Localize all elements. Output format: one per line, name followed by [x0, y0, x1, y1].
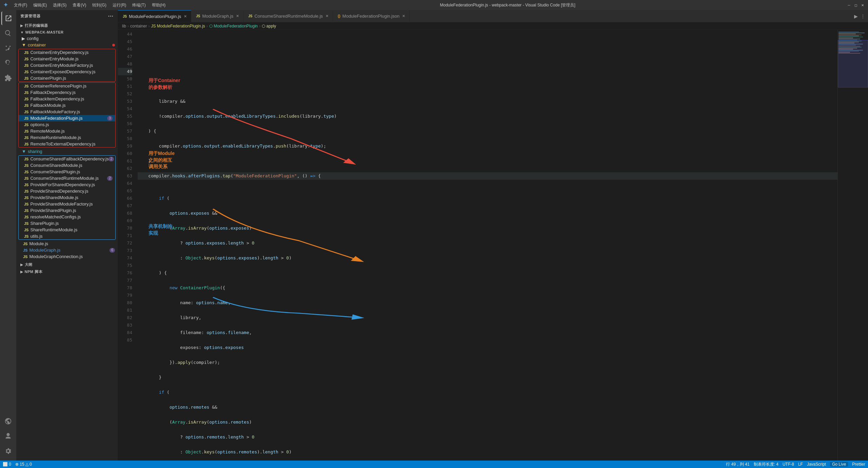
filename: ShareRuntimeModule.js — [30, 227, 77, 232]
tab-size[interactable]: 制表符长度: 4 — [754, 462, 778, 467]
breadcrumb-file[interactable]: JS ModuleFederationPlugin.js — [151, 24, 205, 28]
menu-view[interactable]: 查看(V) — [70, 2, 89, 9]
file-ContainerExposedDependency[interactable]: JS ContainerExposedDependency.js — [19, 69, 115, 75]
breadcrumb-method[interactable]: ⬡ apply — [262, 24, 276, 28]
file-options[interactable]: JS options.js — [19, 121, 115, 128]
file-ProvideSharedModuleFactory[interactable]: JS ProvideSharedModuleFactory.js — [19, 201, 115, 207]
file-SharePlugin[interactable]: JS SharePlugin.js — [19, 220, 115, 227]
tab-close-icon[interactable]: ✕ — [326, 14, 329, 18]
cursor-position[interactable]: 行 49，列 41 — [726, 462, 749, 467]
tab-close-icon[interactable]: ✕ — [236, 14, 239, 18]
remote-icon[interactable]: ⬜ 0 — [3, 462, 11, 467]
menu-file[interactable]: 文件(F) — [11, 2, 30, 9]
sidebar-more-icon[interactable]: ⋯ — [108, 13, 114, 19]
activity-extensions[interactable] — [1, 71, 15, 85]
file-ProvideForSharedDependency[interactable]: JS ProvideForSharedDependency.js — [19, 181, 115, 188]
activity-debug[interactable] — [1, 56, 15, 70]
vscode-logo: ✦ — [3, 2, 8, 9]
menu-edit[interactable]: 编辑(E) — [31, 2, 50, 9]
golive-button[interactable]: Go Live — [830, 462, 848, 467]
folder-config[interactable]: ▶ config — [16, 35, 118, 42]
activity-explorer[interactable] — [1, 12, 15, 25]
file-utils[interactable]: JS utils.js — [19, 233, 115, 239]
sidebar: 资源管理器 ⋯ ▶ 打开的编辑器 ▼ WEBPACK-MASTER ▶ conf… — [16, 10, 118, 461]
menu-run[interactable]: 运行(R) — [110, 2, 129, 9]
js-icon: JS — [24, 110, 28, 114]
file-resolveMatchedConfigs[interactable]: JS resolveMatchedConfigs.js — [19, 214, 115, 220]
file-ContainerEntryDependency[interactable]: JS ContainerEntryDependency.js — [19, 49, 115, 56]
minimize-button[interactable]: ─ — [847, 3, 851, 7]
breadcrumb-lib[interactable]: lib — [122, 24, 126, 28]
file-RemoteToExternalDependency[interactable]: JS RemoteToExternalDependency.js — [19, 141, 115, 147]
activity-account[interactable] — [1, 429, 15, 443]
file-RemoteRuntimeModule[interactable]: JS RemoteRuntimeModule.js — [19, 134, 115, 141]
npm-section[interactable]: ▶ NPM 脚本 — [16, 268, 118, 275]
outline-label: 大纲 — [25, 262, 33, 267]
breadcrumb-container[interactable]: container — [130, 24, 147, 28]
file-FallbackItemDependency[interactable]: JS FallbackItemDependency.js — [19, 96, 115, 102]
prettier-button[interactable]: Prettier — [852, 462, 865, 467]
tab-close-icon[interactable]: ✕ — [402, 14, 405, 18]
file-ModuleGraphConnection[interactable]: JS ModuleGraphConnection.js — [16, 253, 118, 260]
file-RemoteModule[interactable]: JS RemoteModule.js — [19, 128, 115, 134]
menu-terminal[interactable]: 终端(T) — [130, 2, 148, 9]
js-icon: JS — [24, 221, 28, 226]
file-ProvideSharedPlugin[interactable]: JS ProvideSharedPlugin.js — [19, 207, 115, 214]
file-ShareRuntimeModule[interactable]: JS ShareRuntimeModule.js — [19, 227, 115, 233]
run-icon[interactable]: ▶ — [854, 14, 858, 19]
breadcrumb-class[interactable]: ⬡ ModuleFederationPlugin — [209, 24, 258, 28]
file-ConsumeSharedFallbackDependency[interactable]: JS ConsumeSharedFallbackDependency.js 2 — [19, 156, 115, 162]
error-count[interactable]: ⊗ 15 △ 0 — [15, 462, 32, 467]
file-ConsumeSharedPlugin[interactable]: JS ConsumeSharedPlugin.js — [19, 169, 115, 175]
activity-remote[interactable] — [1, 414, 15, 428]
file-Module[interactable]: JS Module.js — [16, 240, 118, 247]
file-FallbackModule[interactable]: JS FallbackModule.js — [19, 102, 115, 109]
file-ProvideSharedDependency[interactable]: JS ProvideSharedDependency.js — [19, 188, 115, 194]
code-editor[interactable]: 4445464748 49 5051525354 5556575859 6061… — [118, 30, 868, 461]
file-ModuleGraph[interactable]: JS ModuleGraph.js 6 — [16, 247, 118, 253]
tab-ModuleGraph[interactable]: JS ModuleGraph.js ✕ — [191, 10, 243, 22]
sidebar-content[interactable]: ▶ 打开的编辑器 ▼ WEBPACK-MASTER ▶ config ▼ con… — [16, 22, 118, 461]
code-content[interactable]: 用于Container的参数解析 用于Module之间的相互调用关系 共享机制的… — [135, 30, 837, 461]
menu-select[interactable]: 选择(S) — [50, 2, 69, 9]
open-editors-section[interactable]: ▶ 打开的编辑器 — [16, 22, 118, 29]
file-ContainerReferencePlugin[interactable]: JS ContainerReferencePlugin.js — [19, 83, 115, 89]
file-ConsumeSharedModule[interactable]: JS ConsumeSharedModule.js — [19, 162, 115, 169]
outline-section[interactable]: ▶ 大纲 — [16, 261, 118, 268]
encoding[interactable]: UTF-8 — [783, 462, 794, 467]
file-ModuleFederationPlugin[interactable]: JS ModuleFederationPlugin.js 3 — [19, 115, 115, 121]
file-badge: 2 — [107, 176, 113, 181]
tab-ModuleFederationPluginJson[interactable]: {} ModuleFederationPlugin.json ✕ — [333, 10, 410, 22]
language-mode[interactable]: JavaScript — [807, 462, 826, 467]
activity-git[interactable] — [1, 41, 15, 55]
maximize-button[interactable]: ◻ — [854, 3, 858, 7]
file-FallbackModuleFactory[interactable]: JS FallbackModuleFactory.js — [19, 109, 115, 115]
activity-search[interactable] — [1, 26, 15, 40]
split-editor-icon[interactable]: ⋮ — [861, 14, 865, 19]
tab-close-icon[interactable]: ✕ — [184, 14, 187, 19]
menu-goto[interactable]: 转到(G) — [90, 2, 109, 9]
main-layout: 资源管理器 ⋯ ▶ 打开的编辑器 ▼ WEBPACK-MASTER ▶ conf… — [0, 10, 868, 461]
tab-ModuleFederationPlugin[interactable]: JS ModuleFederationPlugin.js ✕ — [118, 10, 191, 22]
js-icon: JS — [24, 129, 28, 133]
js-icon: JS — [24, 170, 28, 174]
file-ConsumeSharedRuntimeModule[interactable]: JS ConsumeSharedRuntimeModule.js 2 — [19, 175, 115, 181]
project-section[interactable]: ▼ WEBPACK-MASTER — [16, 29, 118, 35]
activity-settings[interactable] — [1, 444, 15, 458]
file-FallbackDependency[interactable]: JS FallbackDependency.js — [19, 89, 115, 96]
tab-js-icon: JS — [248, 14, 252, 18]
folder-container[interactable]: ▼ container — [16, 42, 118, 48]
file-ContainerEntryModule[interactable]: JS ContainerEntryModule.js — [19, 56, 115, 62]
eol[interactable]: LF — [798, 462, 803, 467]
folder-sharing[interactable]: ▼ sharing — [16, 148, 118, 155]
close-button[interactable]: ✕ — [861, 3, 865, 7]
file-ContainerPlugin[interactable]: JS ContainerPlugin.js — [19, 75, 115, 81]
filename: ModuleGraph.js — [29, 248, 60, 253]
breadcrumb: lib › container › JS ModuleFederationPlu… — [118, 22, 868, 30]
tab-end-actions: ▶ ⋮ — [851, 14, 868, 19]
filename: ProvideSharedDependency.js — [30, 189, 88, 194]
menu-help[interactable]: 帮助(H) — [149, 2, 169, 9]
file-ContainerEntryModuleFactory[interactable]: JS ContainerEntryModuleFactory.js — [19, 62, 115, 69]
tab-ConsumeSharedRuntimeModule[interactable]: JS ConsumeSharedRuntimeModule.js ✕ — [243, 10, 333, 22]
file-ProvideSharedModule[interactable]: JS ProvideSharedModule.js — [19, 194, 115, 201]
